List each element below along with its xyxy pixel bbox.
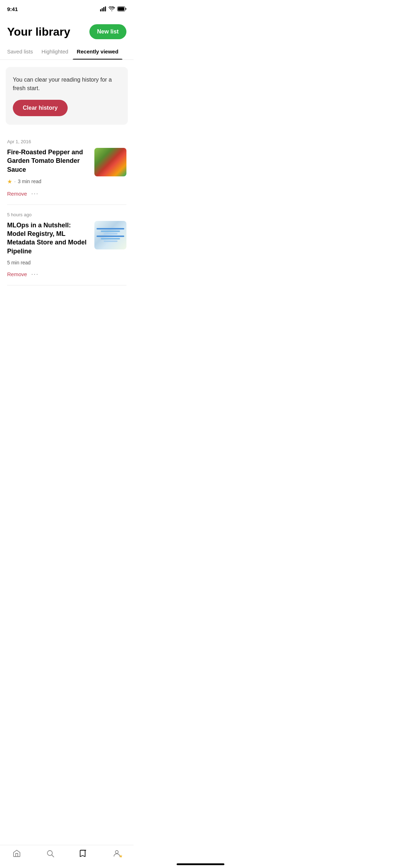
article-content: MLOps in a Nutshell: Model Registry, ML …	[7, 221, 126, 265]
article-info: MLOps in a Nutshell: Model Registry, ML …	[7, 221, 90, 265]
article-meta: 5 min read	[7, 260, 90, 265]
article-date: Apr 1, 2016	[7, 139, 126, 144]
mlops-line-6	[104, 241, 118, 242]
article-item: 5 hours ago MLOps in a Nutshell: Model R…	[7, 205, 126, 285]
article-thumbnail	[94, 148, 126, 176]
svg-rect-0	[100, 9, 101, 11]
bottom-spacer	[0, 285, 134, 321]
article-actions: Remove ···	[7, 270, 126, 278]
article-info: Fire-Roasted Pepper and Garden Tomato Bl…	[7, 148, 90, 185]
svg-rect-2	[103, 7, 104, 11]
article-date: 5 hours ago	[7, 212, 126, 217]
header: Your library New list	[0, 16, 134, 45]
tabs: Saved lists Highlighted Recently viewed	[0, 45, 134, 60]
mlops-thumbnail	[94, 221, 126, 249]
remove-button[interactable]: Remove	[7, 271, 27, 277]
meta-dot: ·	[14, 179, 16, 184]
article-title: MLOps in a Nutshell: Model Registry, ML …	[7, 221, 90, 255]
tab-highlighted[interactable]: Highlighted	[37, 45, 73, 60]
wifi-icon	[109, 6, 115, 11]
mlops-line-3	[104, 233, 118, 234]
tabs-container: Saved lists Highlighted Recently viewed	[0, 45, 134, 60]
recipe-thumbnail	[94, 148, 126, 176]
star-icon: ★	[7, 178, 12, 185]
svg-rect-1	[102, 8, 103, 11]
read-time: 5 min read	[7, 260, 31, 265]
mlops-line-1	[97, 228, 124, 229]
signal-icon	[100, 6, 106, 11]
read-time: 3 min read	[18, 179, 41, 184]
more-options-button[interactable]: ···	[31, 190, 39, 197]
battery-icon	[117, 6, 126, 11]
more-options-button[interactable]: ···	[31, 270, 39, 278]
new-list-button[interactable]: New list	[89, 24, 126, 39]
clear-history-text: You can clear your reading history for a…	[13, 76, 121, 93]
article-meta: ★ · 3 min read	[7, 178, 90, 185]
tab-saved-lists[interactable]: Saved lists	[3, 45, 37, 60]
status-icons	[100, 6, 126, 11]
clear-history-card: You can clear your reading history for a…	[6, 67, 128, 125]
svg-rect-3	[105, 6, 106, 11]
page-title: Your library	[7, 25, 70, 38]
svg-rect-5	[118, 7, 124, 11]
clear-history-button[interactable]: Clear history	[13, 100, 68, 116]
remove-button[interactable]: Remove	[7, 191, 27, 197]
status-bar: 9:41	[0, 0, 134, 16]
mlops-line-4	[97, 236, 124, 237]
article-thumbnail	[94, 221, 126, 249]
article-title: Fire-Roasted Pepper and Garden Tomato Bl…	[7, 148, 90, 174]
tab-recently-viewed[interactable]: Recently viewed	[73, 45, 123, 60]
status-time: 9:41	[7, 6, 18, 12]
mlops-line-2	[101, 231, 120, 232]
article-actions: Remove ···	[7, 190, 126, 197]
mlops-line-5	[101, 238, 120, 239]
article-content: Fire-Roasted Pepper and Garden Tomato Bl…	[7, 148, 126, 185]
article-item: Apr 1, 2016 Fire-Roasted Pepper and Gard…	[7, 132, 126, 205]
article-list: Apr 1, 2016 Fire-Roasted Pepper and Gard…	[0, 132, 134, 285]
